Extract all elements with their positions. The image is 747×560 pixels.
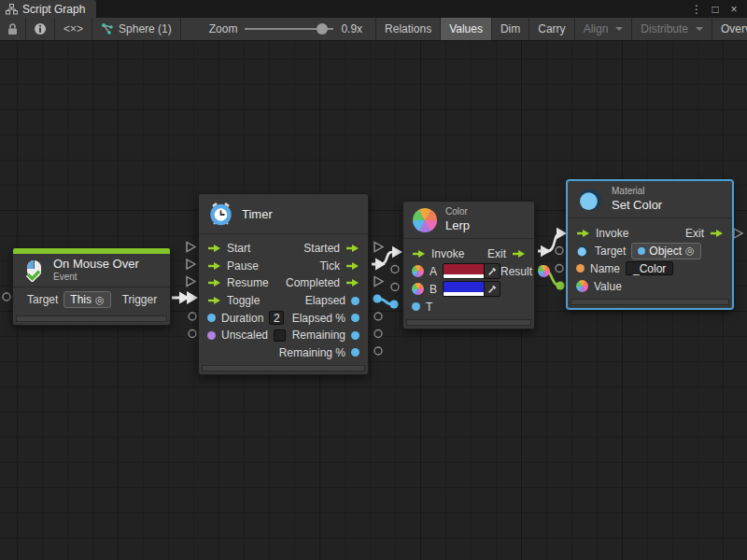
flow-arrow-icon	[710, 229, 724, 238]
setcolor-name-label: Name	[590, 262, 620, 275]
port-setcolor-name[interactable]	[556, 265, 563, 273]
float-port-icon	[351, 348, 359, 357]
carry-button[interactable]: Carry	[529, 18, 574, 40]
node-on-mouse-over[interactable]: On Mouse Over Event Target This ◎ Trigge…	[12, 247, 171, 326]
flow-arrow-icon	[512, 249, 526, 259]
relations-button[interactable]: Relations	[375, 18, 441, 40]
target-label: Target	[27, 293, 58, 306]
node-body: Invoke Exit A Result B	[403, 239, 534, 315]
overview-label: Overview	[721, 22, 747, 35]
close-icon[interactable]: ×	[726, 3, 741, 16]
values-label: Values	[449, 22, 483, 35]
node-footer	[202, 365, 365, 371]
bool-port-icon	[207, 331, 216, 340]
target-this-button[interactable]: This ◎	[63, 291, 110, 308]
flow-arrow-icon	[207, 244, 221, 253]
node-footer	[571, 299, 729, 305]
float-port-icon	[412, 302, 420, 311]
chevron-down-icon	[696, 27, 703, 31]
graph-canvas[interactable]: On Mouse Over Event Target This ◎ Trigge…	[0, 41, 747, 560]
port-onmouseover-target[interactable]	[3, 293, 10, 301]
edit-source-button[interactable]: <×>	[55, 18, 92, 40]
port-setcolor-target[interactable]	[556, 247, 563, 255]
eyedropper-icon[interactable]	[484, 264, 500, 278]
flow-arrow-icon	[207, 296, 221, 305]
unscaled-checkbox[interactable]	[274, 329, 286, 342]
alpha-bar	[444, 274, 484, 278]
flow-arrow-icon	[345, 244, 359, 253]
wire-elapsed-to-t[interactable]	[373, 294, 398, 308]
timer-elapsed-label: Elapsed	[305, 294, 345, 307]
node-set-color[interactable]: Material Set Color Invoke Exit Target Ob…	[567, 180, 733, 309]
breadcrumb[interactable]: Sphere (1)	[92, 18, 181, 40]
node-color-lerp[interactable]: Color Lerp Invoke Exit A Result	[402, 201, 535, 329]
zoom-slider-handle[interactable]	[317, 23, 328, 35]
flow-arrow-icon	[207, 261, 221, 271]
port-lerp-a[interactable]	[391, 266, 399, 273]
tab-script-graph[interactable]: Script Graph	[0, 0, 96, 18]
port-setcolor-exit[interactable]	[734, 229, 742, 238]
wire-trigger-to-toggle[interactable]	[172, 291, 198, 304]
dim-label: Dim	[500, 22, 520, 35]
flow-arrow-icon	[345, 278, 359, 287]
lerp-exit-label: Exit	[487, 247, 506, 260]
port-timer-completed[interactable]	[374, 277, 383, 287]
node-header: Color Lerp	[403, 202, 534, 239]
port-timer-elapsed-pct[interactable]	[374, 313, 382, 320]
maximize-icon[interactable]: □	[708, 3, 723, 16]
color-a-swatch[interactable]	[443, 263, 500, 279]
timer-unscaled-label: Unscaled	[221, 329, 268, 342]
flow-arrow-icon	[412, 249, 426, 259]
duration-input[interactable]: 2	[269, 311, 284, 325]
port-timer-remaining[interactable]	[374, 330, 382, 338]
port-timer-start[interactable]	[187, 243, 195, 252]
timer-remaining-pct-label: Remaining %	[279, 346, 345, 359]
color-port-icon	[412, 265, 424, 277]
zoom-label: Zoom	[209, 22, 238, 35]
values-button[interactable]: Values	[441, 18, 492, 40]
port-timer-remaining-pct[interactable]	[374, 347, 382, 355]
color-b-swatch[interactable]	[443, 281, 500, 297]
name-input[interactable]: _Color	[626, 261, 673, 275]
node-subtitle: Event	[53, 272, 139, 284]
relations-label: Relations	[385, 22, 431, 35]
node-title: On Mouse Over	[53, 257, 139, 272]
menu-dots-icon[interactable]: ⋮	[689, 3, 704, 16]
target-object-field[interactable]: Object ◎	[631, 243, 700, 259]
node-body: Start Started Pause Tick Resume Complete…	[199, 234, 368, 361]
code-icon: <×>	[63, 22, 83, 35]
port-timer-started[interactable]	[374, 243, 383, 252]
color-port-icon	[576, 280, 588, 292]
distribute-label: Distribute	[641, 22, 688, 35]
color-wheel-icon	[413, 208, 437, 232]
port-timer-unscaled[interactable]	[189, 330, 196, 338]
node-header: On Mouse Over Event	[13, 254, 170, 287]
port-timer-duration[interactable]	[189, 313, 196, 320]
overview-button[interactable]: Overview	[712, 18, 747, 40]
port-timer-resume[interactable]	[187, 277, 195, 287]
wire-tick-to-invoke[interactable]	[380, 246, 402, 264]
setcolor-exit-label: Exit	[685, 227, 704, 240]
lerp-b-label: B	[430, 283, 437, 296]
node-header: Timer	[199, 194, 368, 234]
port-timer-pause[interactable]	[187, 259, 195, 269]
info-button[interactable]	[26, 18, 55, 40]
node-footer	[16, 315, 167, 322]
node-timer[interactable]: Timer Start Started Pause Tick Resume Co…	[198, 193, 369, 375]
carry-label: Carry	[538, 22, 565, 35]
object-picker-icon[interactable]: ◎	[95, 294, 105, 306]
timer-elapsed-pct-label: Elapsed %	[292, 312, 345, 325]
port-lerp-b[interactable]	[391, 284, 399, 291]
tab-title: Script Graph	[22, 3, 85, 16]
zoom-slider[interactable]	[245, 23, 333, 35]
timer-start-label: Start	[227, 242, 250, 255]
float-port-icon	[351, 297, 359, 305]
lock-button[interactable]	[0, 18, 26, 40]
dim-button[interactable]: Dim	[492, 18, 529, 40]
eyedropper-icon[interactable]	[484, 282, 500, 296]
object-picker-icon[interactable]: ◎	[685, 245, 695, 257]
float-port-icon	[351, 314, 359, 322]
node-footer	[406, 319, 531, 326]
timer-completed-label: Completed	[286, 276, 340, 289]
color-port-icon	[538, 265, 550, 277]
